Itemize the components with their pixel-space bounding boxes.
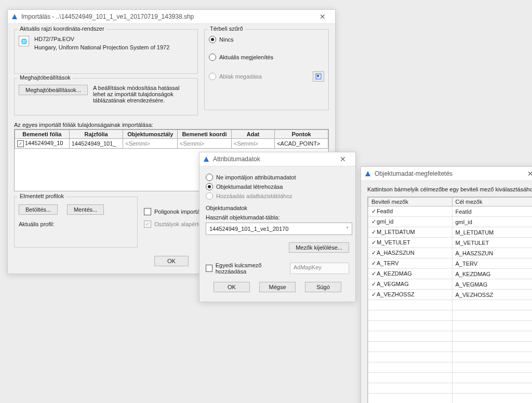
map-cell-in[interactable]: ✓A_VEZHOSSZ <box>368 290 453 300</box>
table-row[interactable]: ✓M_LETDATUMM_LETDATUM <box>368 227 533 238</box>
map-cell-out[interactable]: M_VETULET <box>452 238 532 248</box>
load-button[interactable]: Betöltés... <box>19 204 58 215</box>
map-cell-out[interactable] <box>452 310 532 321</box>
pick-window-icon[interactable] <box>313 71 324 82</box>
table-row[interactable]: ✓M_VETULETM_VETULET <box>368 238 533 248</box>
attr-table-value: 144524949_101_1_ve1_20170 <box>209 226 288 232</box>
th-obj-class[interactable]: Objektumosztály <box>123 130 178 139</box>
map-cell-out[interactable] <box>452 321 532 331</box>
th-data[interactable]: Adat <box>231 130 274 139</box>
map-cell-in[interactable] <box>368 383 453 394</box>
filter-none-row[interactable]: Nincs <box>209 36 324 43</box>
mapping-table[interactable]: Beviteli mezők Cél mezők ✓FeatIdFeatId✓g… <box>367 197 532 403</box>
map-cell-in[interactable]: ✓A_TERV <box>368 258 453 269</box>
map-cell-out[interactable] <box>452 383 532 394</box>
save-button[interactable]: Mentés... <box>67 204 104 215</box>
map-cell-out[interactable]: gml_id <box>452 217 532 227</box>
close-icon[interactable]: ✕ <box>521 170 532 178</box>
table-row[interactable] <box>368 383 533 394</box>
table-row[interactable]: 144524949_10 144524949_101_ <Semmi> <Sem… <box>15 139 328 149</box>
th-draw-layer[interactable]: Rajzfólia <box>69 130 123 139</box>
map-cell-in[interactable] <box>368 352 453 362</box>
attr-cancel-button[interactable]: Mégse <box>259 282 296 292</box>
globe-icon[interactable]: 🌐 <box>19 36 29 46</box>
table-row[interactable] <box>368 342 533 352</box>
row-check-icon[interactable] <box>17 140 24 147</box>
map-cell-in[interactable] <box>368 394 453 404</box>
svg-marker-3 <box>204 157 209 162</box>
unique-key-check[interactable]: Egyedi kulcsmező hozzáadása <box>206 262 286 275</box>
table-row[interactable]: ✓A_VEZHOSSZA_VEZHOSSZ <box>368 290 533 300</box>
select-fields-button[interactable]: Mezők kijelölése... <box>289 242 349 253</box>
map-cell-out[interactable] <box>452 394 532 404</box>
table-row[interactable] <box>368 352 533 362</box>
attr-table-dropdown[interactable]: 144524949_101_1_ve1_20170 ˅ <box>206 223 352 235</box>
attr-ok-button[interactable]: OK <box>214 282 250 292</box>
close-icon[interactable]: ✕ <box>313 12 332 21</box>
map-cell-in[interactable] <box>368 331 453 342</box>
map-cell-in[interactable]: ✓A_HASZSZUN <box>368 248 453 258</box>
attr-opt-none[interactable]: Ne importáljon attribútumadatot <box>206 174 349 181</box>
map-cell-out[interactable] <box>452 331 532 342</box>
map-cell-in[interactable] <box>368 373 453 383</box>
th-input-layer[interactable]: Bemeneti fólia <box>15 130 70 139</box>
table-row[interactable] <box>368 300 533 310</box>
map-cell-out[interactable] <box>452 373 532 383</box>
map-titlebar: Objektumadat-megfeleltetés ✕ <box>361 167 532 181</box>
attr-help-button[interactable]: Súgó <box>305 282 341 292</box>
map-cell-in[interactable] <box>368 342 453 352</box>
cell-points: <ACAD_POINT> <box>275 139 328 149</box>
table-row[interactable]: ✓A_VEGMAGA_VEGMAG <box>368 279 533 290</box>
chevron-down-icon: ˅ <box>346 226 349 232</box>
map-cell-in[interactable] <box>368 310 453 321</box>
table-row[interactable] <box>368 321 533 331</box>
map-cell-out[interactable] <box>452 342 532 352</box>
map-cell-out[interactable]: A_HASZSZUN <box>452 248 532 258</box>
drive-settings-button[interactable]: Meghajtóbeállítások... <box>19 85 88 95</box>
coord-legend: Aktuális rajzi koordináta-rendszer <box>18 25 107 32</box>
attr-opt-create[interactable]: Objektumadat létrehozása <box>206 183 349 190</box>
table-row[interactable] <box>368 394 533 404</box>
filter-window-label: Ablak megadása <box>219 73 262 80</box>
close-icon[interactable]: ✕ <box>334 155 352 163</box>
map-cell-out[interactable]: FeatId <box>452 206 532 217</box>
map-cell-in[interactable]: ✓gml_id <box>368 217 453 227</box>
table-row[interactable]: ✓A_KEZDMAGA_KEZDMAG <box>368 269 533 279</box>
map-cell-in[interactable]: ✓A_KEZDMAG <box>368 269 453 279</box>
table-row[interactable] <box>368 362 533 373</box>
map-cell-in[interactable]: ✓M_LETDATUM <box>368 227 453 238</box>
map-cell-out[interactable] <box>452 352 532 362</box>
map-cell-in[interactable]: ✓A_VEGMAG <box>368 279 453 290</box>
map-cell-out[interactable]: A_KEZDMAG <box>452 269 532 279</box>
table-row[interactable] <box>368 310 533 321</box>
map-cell-in[interactable] <box>368 362 453 373</box>
unique-key-field[interactable]: AdMapKey <box>290 263 349 274</box>
map-cell-out[interactable] <box>452 362 532 373</box>
th-input-coord[interactable]: Bemeneti koordi <box>178 130 232 139</box>
map-cell-out[interactable] <box>452 300 532 310</box>
filter-current-label: Aktuális megjelenítés <box>219 54 273 60</box>
table-row[interactable] <box>368 373 533 383</box>
map-cell-out[interactable]: A_VEGMAG <box>452 279 532 290</box>
map-cell-out[interactable]: M_LETDATUM <box>452 227 532 238</box>
table-row[interactable]: ✓A_HASZSZUNA_HASZSZUN <box>368 248 533 258</box>
mapping-dialog: Objektumadat-megfeleltetés ✕ Kattintson … <box>361 166 532 403</box>
attr-title: Attribútumadatok <box>213 155 334 163</box>
th-points[interactable]: Pontok <box>275 130 328 139</box>
map-cell-in[interactable] <box>368 321 453 331</box>
import-ok-button[interactable]: OK <box>154 256 189 266</box>
table-row[interactable] <box>368 331 533 342</box>
map-cell-out[interactable]: A_VEZHOSSZ <box>452 290 532 300</box>
filter-current-row[interactable]: Aktuális megjelenítés <box>209 54 324 61</box>
map-col-out[interactable]: Cél mezők <box>452 198 532 206</box>
map-cell-out[interactable]: A_TERV <box>452 258 532 269</box>
check-icon: ✓ <box>371 218 376 225</box>
map-cell-in[interactable]: ✓M_VETULET <box>368 238 453 248</box>
map-cell-in[interactable] <box>368 300 453 310</box>
table-row[interactable]: ✓gml_idgml_id <box>368 217 533 227</box>
map-cell-in[interactable]: ✓FeatId <box>368 206 453 217</box>
map-col-in[interactable]: Beviteli mezők <box>368 198 453 206</box>
table-row[interactable]: ✓FeatIdFeatId <box>368 206 533 217</box>
filter-window-row[interactable]: Ablak megadása <box>209 71 324 82</box>
table-row[interactable]: ✓A_TERVA_TERV <box>368 258 533 269</box>
